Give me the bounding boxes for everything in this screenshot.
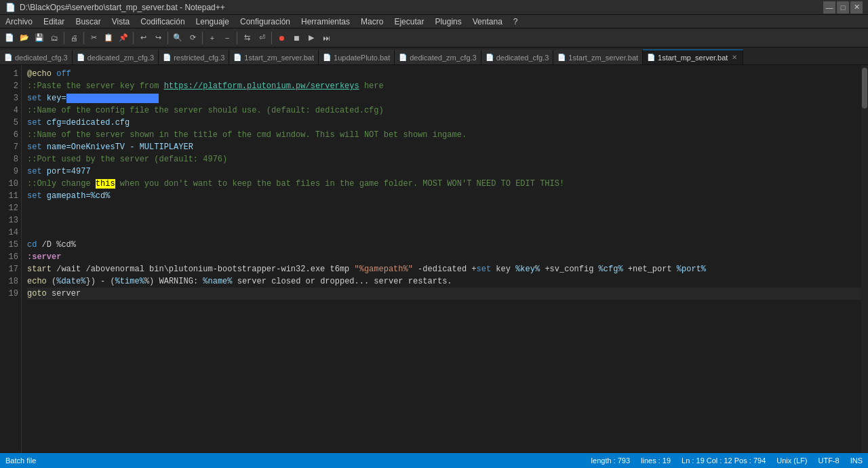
toolbar-sep-3 xyxy=(133,32,134,44)
code-line-16: :server xyxy=(27,251,861,263)
code-line-1: @echo off xyxy=(27,68,861,80)
find-button[interactable]: 🔍 xyxy=(171,31,184,45)
scroll-bar[interactable] xyxy=(861,65,868,453)
line-number-2: 2 xyxy=(5,80,18,92)
menu-item-ventana[interactable]: Ventana xyxy=(467,16,508,28)
tab-label-tab2: dedicated_zm_cfg.3 xyxy=(87,54,154,62)
copy-button[interactable]: 📋 xyxy=(102,31,115,45)
tab-tab6[interactable]: 📄dedicated_zm_cfg.3 xyxy=(395,50,481,64)
app-icon: 📄 xyxy=(5,3,16,12)
code-line-2: ::Paste the server key from https://plat… xyxy=(27,80,861,92)
wordwrap-button[interactable]: ⏎ xyxy=(255,31,269,45)
zoom-out-button[interactable]: − xyxy=(220,31,234,45)
line-number-18: 18 xyxy=(5,275,18,288)
code-line-9: set port=4977 xyxy=(27,165,861,178)
tab-icon-tab9: 📄 xyxy=(647,54,655,61)
menu-item-archivo[interactable]: Archivo xyxy=(0,16,38,28)
tab-tab1[interactable]: 📄dedicated_cfg.3 xyxy=(0,50,73,64)
record-macro-button[interactable]: ⏺ xyxy=(275,31,288,45)
toolbar-sep-7 xyxy=(271,32,272,44)
sync-scroll-button[interactable]: ⇆ xyxy=(240,31,254,45)
toolbar-sep-4 xyxy=(167,32,168,44)
line-number-19: 19 xyxy=(5,288,18,300)
lines-label: lines : 19 xyxy=(641,456,671,465)
new-file-button[interactable]: 📄 xyxy=(3,31,16,45)
code-line-17: start /wait /abovenormal bin\plutonium-b… xyxy=(27,263,861,275)
menu-item-plugins[interactable]: Plugins xyxy=(429,16,467,28)
editor-area: 12345678910111213141516171819 @echo off:… xyxy=(0,65,868,453)
tab-label-tab1: dedicated_cfg.3 xyxy=(15,54,68,62)
title-bar-left: 📄 D:\BlackOps#\serverbo\start_mp_server.… xyxy=(5,3,225,12)
line-number-15: 15 xyxy=(5,239,18,251)
close-button[interactable]: ✕ xyxy=(850,1,863,14)
tab-tab5[interactable]: 📄1updatePluto.bat xyxy=(319,50,395,64)
stop-macro-button[interactable]: ⏹ xyxy=(290,31,303,45)
minimize-button[interactable]: — xyxy=(823,1,835,14)
tab-label-tab5: 1updatePluto.bat xyxy=(334,54,390,62)
toolbar-sep-5 xyxy=(202,32,203,44)
code-line-5: set cfg=dedicated.cfg xyxy=(27,117,861,129)
length-label: length : 793 xyxy=(591,456,631,465)
menu-item-herramientas[interactable]: Herramientas xyxy=(296,16,355,28)
menu-item-editar[interactable]: Editar xyxy=(38,16,70,28)
tab-label-tab4: 1start_zm_server.bat xyxy=(244,54,314,62)
tab-tab4[interactable]: 📄1start_zm_server.bat xyxy=(229,50,319,64)
save-all-button[interactable]: 🗂 xyxy=(47,31,61,45)
tab-close-tab9[interactable]: ✕ xyxy=(730,54,738,61)
tab-tab9[interactable]: 📄1start_mp_server.bat✕ xyxy=(643,50,743,64)
scroll-thumb[interactable] xyxy=(862,68,867,109)
play-macro-button[interactable]: ▶ xyxy=(304,31,318,45)
code-line-13 xyxy=(27,214,861,227)
toolbar-sep-2 xyxy=(83,32,84,44)
tab-tab7[interactable]: 📄dedicated_cfg.3 xyxy=(481,50,554,64)
code-line-12 xyxy=(27,202,861,214)
menu-item-buscar[interactable]: Buscar xyxy=(70,16,106,28)
code-line-14 xyxy=(27,227,861,239)
line-number-17: 17 xyxy=(5,263,18,275)
charset-label: UTF-8 xyxy=(818,456,839,465)
find-replace-button[interactable]: ⟳ xyxy=(186,31,199,45)
code-line-11: set gamepath=%cd% xyxy=(27,190,861,202)
menu-item-macro[interactable]: Macro xyxy=(355,16,389,28)
code-line-3: set key= xyxy=(27,92,861,104)
code-line-10: ::Only change this when you don't want t… xyxy=(27,178,861,190)
menu-item-configuración[interactable]: Configuración xyxy=(235,16,296,28)
title-bar-controls[interactable]: — □ ✕ xyxy=(823,1,863,14)
tab-tab8[interactable]: 📄1start_zm_server.bat xyxy=(553,50,643,64)
menu-item-codificación[interactable]: Codificación xyxy=(135,16,190,28)
save-button[interactable]: 💾 xyxy=(33,31,46,45)
tab-tab3[interactable]: 📄restricted_cfg.3 xyxy=(159,50,229,64)
line-number-11: 11 xyxy=(5,190,18,202)
tab-label-tab3: restricted_cfg.3 xyxy=(174,54,224,62)
maximize-button[interactable]: □ xyxy=(837,1,849,14)
ins-label: INS xyxy=(850,456,863,465)
print-button[interactable]: 🖨 xyxy=(67,31,81,45)
status-right: length : 793 lines : 19 Ln : 19 Col : 12… xyxy=(591,456,863,465)
tab-label-tab9: 1start_mp_server.bat xyxy=(658,54,728,62)
zoom-in-button[interactable]: + xyxy=(205,31,219,45)
redo-button[interactable]: ↪ xyxy=(151,31,165,45)
code-area[interactable]: @echo off::Paste the server key from htt… xyxy=(22,65,861,453)
title-bar: 📄 D:\BlackOps#\serverbo\start_mp_server.… xyxy=(0,0,868,15)
file-type-label: Batch file xyxy=(5,456,36,465)
toolbar: 📄 📂 💾 🗂 🖨 ✂ 📋 📌 ↩ ↪ 🔍 ⟳ + − ⇆ ⏎ ⏺ ⏹ ▶ ⏭ xyxy=(0,28,868,47)
paste-button[interactable]: 📌 xyxy=(117,31,130,45)
line-number-9: 9 xyxy=(5,165,18,178)
position-label: Ln : 19 Col : 12 Pos : 794 xyxy=(682,456,766,465)
open-file-button[interactable]: 📂 xyxy=(18,31,31,45)
cut-button[interactable]: ✂ xyxy=(87,31,100,45)
line-number-5: 5 xyxy=(5,117,18,129)
menu-item-lenguaje[interactable]: Lenguaje xyxy=(191,16,235,28)
tab-icon-tab5: 📄 xyxy=(323,54,331,61)
run-macro-multiple-button[interactable]: ⏭ xyxy=(319,31,333,45)
tab-tab2[interactable]: 📄dedicated_zm_cfg.3 xyxy=(73,50,159,64)
menu-item-vista[interactable]: Vista xyxy=(106,16,135,28)
menu-item-ejecutar[interactable]: Ejecutar xyxy=(389,16,429,28)
code-line-15: cd /D %cd% xyxy=(27,239,861,251)
toolbar-sep-1 xyxy=(64,32,64,44)
menu-item-?[interactable]: ? xyxy=(508,16,524,28)
line-number-4: 4 xyxy=(5,104,18,117)
undo-button[interactable]: ↩ xyxy=(136,31,150,45)
line-number-1: 1 xyxy=(5,68,18,80)
line-numbers: 12345678910111213141516171819 xyxy=(0,65,22,453)
